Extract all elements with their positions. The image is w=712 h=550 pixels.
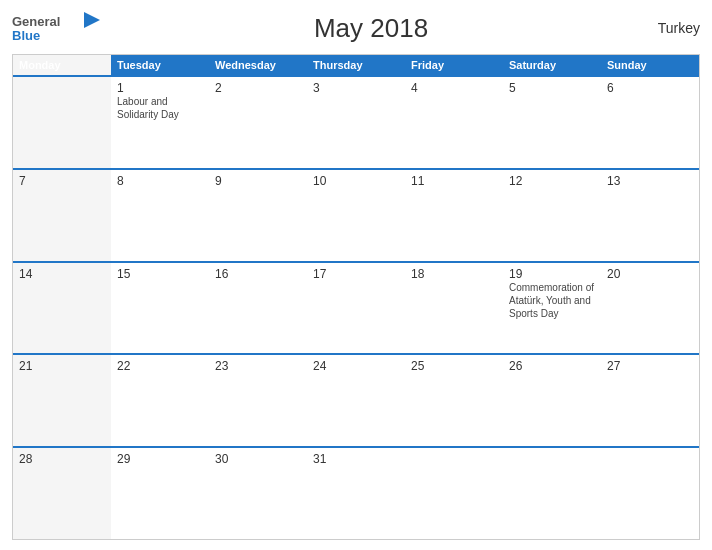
cell-w3-wed: 16 xyxy=(209,263,307,354)
cell-w2-sat: 12 xyxy=(503,170,601,261)
country-label: Turkey xyxy=(640,20,700,36)
cell-w4-tue: 22 xyxy=(111,355,209,446)
cell-w4-sat: 26 xyxy=(503,355,601,446)
header-monday: Monday xyxy=(13,55,111,75)
header: General Blue May 2018 Turkey xyxy=(12,10,700,46)
week-5: 28 29 30 31 xyxy=(13,446,699,539)
header-tuesday: Tuesday xyxy=(111,55,209,75)
cell-w1-mon xyxy=(13,77,111,168)
calendar-header: Monday Tuesday Wednesday Thursday Friday… xyxy=(13,55,699,75)
header-sunday: Sunday xyxy=(601,55,699,75)
page: General Blue May 2018 Turkey Monday Tues… xyxy=(0,0,712,550)
cell-w1-fri: 4 xyxy=(405,77,503,168)
svg-text:Blue: Blue xyxy=(12,28,40,43)
cell-w2-mon: 7 xyxy=(13,170,111,261)
cell-w1-sun: 6 xyxy=(601,77,699,168)
cell-w5-wed: 30 xyxy=(209,448,307,539)
week-4: 21 22 23 24 25 26 27 xyxy=(13,353,699,446)
cell-w4-sun: 27 xyxy=(601,355,699,446)
cell-w3-thu: 17 xyxy=(307,263,405,354)
header-wednesday: Wednesday xyxy=(209,55,307,75)
cell-w3-tue: 15 xyxy=(111,263,209,354)
cell-w5-tue: 29 xyxy=(111,448,209,539)
cell-w4-wed: 23 xyxy=(209,355,307,446)
calendar: Monday Tuesday Wednesday Thursday Friday… xyxy=(12,54,700,540)
cell-w2-thu: 10 xyxy=(307,170,405,261)
cell-w5-thu: 31 xyxy=(307,448,405,539)
header-thursday: Thursday xyxy=(307,55,405,75)
logo: General Blue xyxy=(12,10,102,46)
cell-w3-sat: 19Commemoration of Atatürk, Youth and Sp… xyxy=(503,263,601,354)
cell-w4-mon: 21 xyxy=(13,355,111,446)
cell-w2-sun: 13 xyxy=(601,170,699,261)
calendar-body: 1Labour and Solidarity Day 2 3 4 5 6 7 8… xyxy=(13,75,699,539)
cell-w3-fri: 18 xyxy=(405,263,503,354)
cell-w3-mon: 14 xyxy=(13,263,111,354)
header-saturday: Saturday xyxy=(503,55,601,75)
week-1: 1Labour and Solidarity Day 2 3 4 5 6 xyxy=(13,75,699,168)
cell-w2-tue: 8 xyxy=(111,170,209,261)
calendar-title: May 2018 xyxy=(102,13,640,44)
logo-svg: General Blue xyxy=(12,10,102,46)
cell-w5-sun xyxy=(601,448,699,539)
svg-text:General: General xyxy=(12,14,60,29)
cell-w1-tue: 1Labour and Solidarity Day xyxy=(111,77,209,168)
cell-w1-wed: 2 xyxy=(209,77,307,168)
cell-w5-mon: 28 xyxy=(13,448,111,539)
cell-w1-thu: 3 xyxy=(307,77,405,168)
cell-w4-fri: 25 xyxy=(405,355,503,446)
cell-w1-sat: 5 xyxy=(503,77,601,168)
cell-w2-wed: 9 xyxy=(209,170,307,261)
week-3: 14 15 16 17 18 19Commemoration of Atatür… xyxy=(13,261,699,354)
cell-w3-sun: 20 xyxy=(601,263,699,354)
cell-w5-fri xyxy=(405,448,503,539)
svg-marker-1 xyxy=(84,12,100,28)
cell-w2-fri: 11 xyxy=(405,170,503,261)
cell-w4-thu: 24 xyxy=(307,355,405,446)
header-friday: Friday xyxy=(405,55,503,75)
week-2: 7 8 9 10 11 12 13 xyxy=(13,168,699,261)
cell-w5-sat xyxy=(503,448,601,539)
